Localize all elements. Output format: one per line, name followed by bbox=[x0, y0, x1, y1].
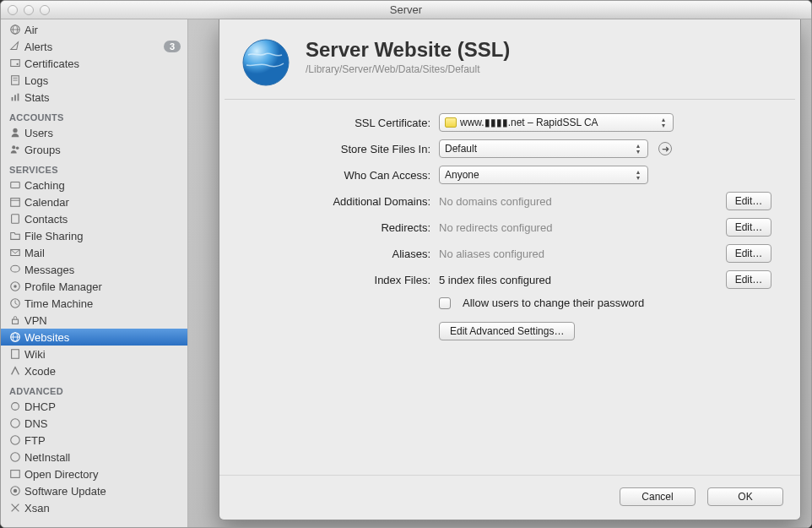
sidebar-item-time-machine[interactable]: Time Machine bbox=[1, 295, 187, 312]
sidebar-item-label: NetInstall bbox=[24, 451, 70, 464]
svg-rect-9 bbox=[14, 95, 16, 101]
group-icon bbox=[8, 143, 22, 156]
svg-point-13 bbox=[16, 147, 19, 150]
svg-rect-8 bbox=[12, 97, 14, 101]
store-files-popup[interactable]: Default bbox=[439, 139, 648, 158]
ssl-certificate-label: SSL Certificate: bbox=[228, 117, 430, 129]
dns-icon bbox=[8, 416, 22, 430]
xcode-icon bbox=[8, 364, 22, 378]
svg-rect-15 bbox=[11, 199, 20, 207]
sidebar-item-software-update[interactable]: Software Update bbox=[1, 482, 187, 499]
sidebar-item-xcode[interactable]: Xcode bbox=[1, 362, 187, 379]
chevron-updown-icon bbox=[657, 116, 670, 129]
server-window: Server Air Alerts 3 Certificates Logs bbox=[0, 0, 812, 528]
sidebar-item-websites[interactable]: Websites bbox=[1, 329, 187, 346]
svg-point-34 bbox=[14, 489, 17, 493]
cancel-button[interactable]: Cancel bbox=[620, 487, 696, 506]
sidebar-item-netinstall[interactable]: NetInstall bbox=[1, 449, 187, 465]
sidebar-item-contacts[interactable]: Contacts bbox=[1, 210, 187, 227]
svg-point-11 bbox=[13, 128, 17, 133]
sidebar-item-label: Certificates bbox=[24, 57, 79, 70]
time-icon bbox=[8, 297, 22, 310]
redirects-label: Redirects: bbox=[228, 221, 430, 234]
edit-index-files-button[interactable]: Edit… bbox=[726, 270, 771, 289]
sidebar-item-air[interactable]: Air bbox=[1, 21, 187, 38]
sidebar-item-label: File Sharing bbox=[24, 230, 83, 242]
sheet-footer: Cancel OK bbox=[219, 475, 800, 520]
sidebar-item-label: Alerts bbox=[24, 41, 52, 53]
sidebar-section-accounts: ACCOUNTS bbox=[1, 106, 187, 124]
sidebar-item-wiki[interactable]: Wiki bbox=[1, 346, 187, 362]
reveal-folder-button[interactable]: ➜ bbox=[658, 142, 672, 155]
sidebar-item-messages[interactable]: Messages bbox=[1, 261, 187, 278]
sidebar-item-profile-manager[interactable]: Profile Manager bbox=[1, 278, 187, 295]
sidebar-item-logs[interactable]: Logs bbox=[1, 72, 187, 89]
od-icon bbox=[8, 467, 22, 481]
main-pane: N Server Website (SSL) /Library/Server/W… bbox=[188, 19, 811, 527]
sidebar-item-label: Wiki bbox=[24, 348, 46, 361]
sidebar-item-mail[interactable]: Mail bbox=[1, 244, 187, 261]
minimize-traffic-icon[interactable] bbox=[24, 5, 34, 15]
sidebar-item-users[interactable]: Users bbox=[1, 124, 187, 141]
sidebar-item-dhcp[interactable]: DHCP bbox=[1, 398, 187, 415]
sidebar-item-groups[interactable]: Groups bbox=[1, 141, 187, 158]
svg-rect-3 bbox=[11, 60, 20, 67]
vpn-icon bbox=[8, 313, 22, 327]
edit-domains-button[interactable]: Edit… bbox=[726, 192, 771, 210]
store-files-label: Store Site Files In: bbox=[228, 143, 430, 155]
sidebar-item-label: Mail bbox=[24, 247, 45, 259]
sidebar-item-file-sharing[interactable]: File Sharing bbox=[1, 227, 187, 244]
globe-large-icon bbox=[241, 38, 290, 87]
sidebar-section-services: SERVICES bbox=[1, 158, 187, 177]
svg-point-31 bbox=[11, 453, 20, 462]
edit-advanced-settings-button[interactable]: Edit Advanced Settings… bbox=[439, 322, 575, 340]
svg-point-19 bbox=[11, 265, 20, 272]
ssl-certificate-popup[interactable]: www.▮▮▮▮.net – RapidSSL CA bbox=[439, 113, 674, 132]
wiki-icon bbox=[8, 347, 22, 361]
ok-button[interactable]: OK bbox=[707, 487, 783, 506]
zoom-traffic-icon[interactable] bbox=[40, 5, 50, 15]
svg-rect-10 bbox=[18, 94, 19, 101]
svg-rect-27 bbox=[12, 350, 19, 359]
sidebar-item-ftp[interactable]: FTP bbox=[1, 432, 187, 449]
sidebar-item-caching[interactable]: Caching bbox=[1, 177, 187, 193]
edit-redirects-button[interactable]: Edit… bbox=[726, 218, 771, 237]
dhcp-icon bbox=[8, 400, 22, 413]
sidebar-item-calendar[interactable]: Calendar bbox=[1, 193, 187, 210]
sidebar-item-label: DNS bbox=[24, 417, 47, 430]
close-traffic-icon[interactable] bbox=[8, 5, 18, 15]
allow-password-label: Allow users to change their password bbox=[463, 297, 644, 309]
domains-value: No domains configured bbox=[439, 195, 552, 208]
sidebar-item-label: DHCP bbox=[24, 400, 56, 413]
sidebar-item-vpn[interactable]: VPN bbox=[1, 312, 187, 329]
allow-password-checkbox[interactable] bbox=[439, 297, 451, 309]
sidebar-item-certificates[interactable]: Certificates bbox=[1, 55, 187, 72]
redirects-value: No redirects configured bbox=[439, 221, 552, 234]
index-files-label: Index Files: bbox=[228, 274, 430, 286]
sidebar-item-label: Software Update bbox=[24, 485, 106, 498]
messages-icon bbox=[8, 263, 22, 276]
edit-aliases-button[interactable]: Edit… bbox=[726, 244, 771, 263]
access-popup[interactable]: Anyone bbox=[439, 166, 648, 184]
sidebar-item-label: Stats bbox=[24, 91, 50, 104]
sidebar-item-alerts[interactable]: Alerts 3 bbox=[1, 38, 187, 55]
titlebar: Server bbox=[1, 1, 811, 19]
svg-point-12 bbox=[12, 145, 15, 149]
sidebar-item-stats[interactable]: Stats bbox=[1, 89, 187, 106]
sidebar-item-dns[interactable]: DNS bbox=[1, 415, 187, 432]
website-form: SSL Certificate: www.▮▮▮▮.net – RapidSSL… bbox=[219, 100, 800, 349]
svg-rect-14 bbox=[11, 182, 20, 188]
svg-point-21 bbox=[14, 285, 17, 288]
sidebar-item-open-directory[interactable]: Open Directory bbox=[1, 465, 187, 482]
mail-icon bbox=[8, 246, 22, 259]
sidebar-item-label: Users bbox=[24, 127, 53, 139]
sidebar-item-label: FTP bbox=[24, 434, 46, 447]
ssl-certificate-value: www.▮▮▮▮.net – RapidSSL CA bbox=[460, 117, 598, 128]
sidebar-item-label: Xsan bbox=[24, 502, 50, 514]
swu-icon bbox=[8, 484, 22, 498]
ftp-icon bbox=[8, 433, 22, 447]
svg-point-35 bbox=[243, 40, 289, 85]
chevron-updown-icon bbox=[631, 168, 645, 182]
chevron-updown-icon bbox=[631, 142, 645, 155]
sidebar-item-xsan[interactable]: Xsan bbox=[1, 499, 187, 516]
